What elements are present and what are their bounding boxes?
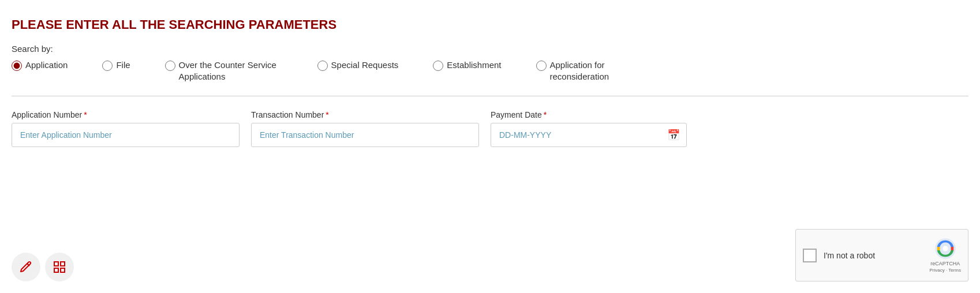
radio-application-label: Application: [25, 59, 68, 71]
transaction-number-field: Transaction Number*: [251, 110, 479, 147]
payment-date-field: Payment Date* 📅: [491, 110, 687, 147]
payment-date-input[interactable]: [491, 123, 687, 147]
pencil-icon-button[interactable]: [12, 253, 40, 281]
radio-special-label: Special Requests: [331, 59, 399, 71]
radio-counter-label: Over the Counter Service Applications: [179, 59, 283, 82]
section-divider: [12, 96, 968, 96]
recaptcha-label: I'm not a robot: [824, 251, 922, 260]
page-title: PLEASE ENTER ALL THE SEARCHING PARAMETER…: [12, 17, 968, 32]
form-fields-row: Application Number* Transaction Number* …: [12, 110, 968, 147]
recaptcha-logo-area: reCAPTCHA Privacy · Terms: [929, 238, 961, 273]
bottom-icon-bar: [12, 253, 74, 281]
recaptcha-widget: I'm not a robot reCAPTCHA Privacy · Term…: [795, 229, 968, 281]
radio-counter[interactable]: Over the Counter Service Applications: [165, 59, 283, 82]
radio-reconsideration[interactable]: Application for reconsideration: [536, 59, 654, 82]
svg-rect-2: [61, 262, 65, 266]
radio-file-label: File: [116, 59, 130, 71]
radio-establishment-label: Establishment: [447, 59, 501, 71]
svg-point-6: [942, 246, 948, 251]
application-number-input[interactable]: [12, 123, 240, 147]
recaptcha-brand-text: reCAPTCHA: [930, 261, 960, 266]
recaptcha-checkbox[interactable]: [803, 249, 817, 262]
radio-establishment[interactable]: Establishment: [433, 59, 501, 71]
recaptcha-links: Privacy · Terms: [929, 268, 961, 273]
grid-icon-button[interactable]: [45, 253, 74, 281]
radio-special[interactable]: Special Requests: [317, 59, 399, 71]
svg-rect-3: [54, 268, 58, 272]
transaction-number-label: Transaction Number*: [251, 110, 479, 119]
svg-rect-4: [61, 268, 65, 272]
svg-line-0: [27, 264, 29, 266]
svg-rect-1: [54, 262, 58, 266]
application-number-field: Application Number*: [12, 110, 240, 147]
search-by-label: Search by:: [12, 44, 968, 54]
transaction-number-input[interactable]: [251, 123, 479, 147]
search-type-radio-group: Application File Over the Counter Servic…: [12, 59, 968, 82]
radio-reconsideration-label: Application for reconsideration: [550, 59, 654, 82]
pencil-icon: [19, 260, 33, 274]
application-number-label: Application Number*: [12, 110, 240, 119]
recaptcha-logo-icon: [934, 238, 956, 260]
payment-date-label: Payment Date*: [491, 110, 687, 119]
radio-application[interactable]: Application: [12, 59, 68, 71]
date-field-wrapper: 📅: [491, 123, 687, 147]
radio-file[interactable]: File: [102, 59, 130, 71]
grid-icon: [53, 260, 66, 274]
